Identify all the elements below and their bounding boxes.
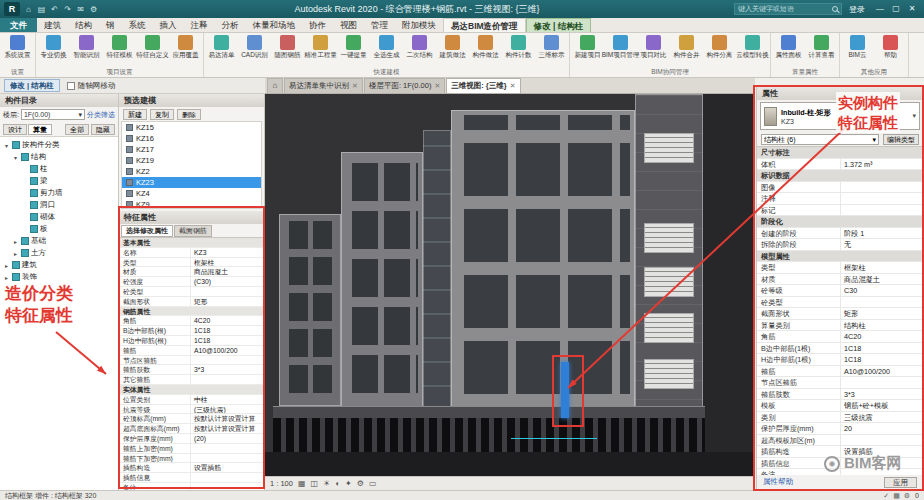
property-value[interactable]	[841, 205, 923, 216]
property-value[interactable]	[191, 356, 264, 365]
tree-caret-icon[interactable]: ▾	[12, 154, 19, 161]
instance-property-row[interactable]: 注释	[757, 193, 923, 205]
instance-property-row[interactable]: 箍筋肢数 3*3	[757, 389, 923, 401]
tree-item[interactable]: ▾ 结构	[0, 151, 118, 163]
property-value[interactable]: 矩形	[841, 308, 923, 319]
instance-property-row[interactable]: 模板 钢筋+砼+模板	[757, 400, 923, 412]
property-value[interactable]: 1.372 m³	[841, 159, 923, 170]
feature-property-row[interactable]: 砼顶标高(mm) 按默认计算设置计算	[119, 414, 264, 424]
feature-property-row[interactable]: 材质 商品混凝土	[119, 267, 264, 277]
view-control-icon[interactable]: ☀	[323, 479, 330, 488]
feature-property-row[interactable]: 基本属性	[119, 238, 264, 248]
property-value[interactable]: 1C18	[841, 343, 923, 354]
property-value[interactable]: 阶段 1	[841, 228, 923, 239]
instance-property-row[interactable]: 插筋信息	[757, 458, 923, 470]
instance-property-row[interactable]: 体积 1.372 m³	[757, 159, 923, 171]
instance-property-row[interactable]: 算量类别 结构柱	[757, 320, 923, 332]
instance-property-row[interactable]: 保护层厚度(mm) 20	[757, 423, 923, 435]
instance-property-row[interactable]: 图像	[757, 182, 923, 194]
home-view-icon[interactable]: ⌂	[267, 78, 283, 93]
tree-caret-icon[interactable]: ▾	[3, 142, 10, 149]
property-value[interactable]	[920, 251, 923, 262]
ribbon-tool-button[interactable]: 二次结构	[403, 34, 436, 66]
property-value[interactable]	[191, 375, 264, 384]
category-filter-link[interactable]: 分类筛选	[87, 110, 115, 120]
property-value[interactable]: (20)	[191, 434, 264, 443]
property-value[interactable]: 3*3	[191, 365, 264, 374]
property-value[interactable]: (三级抗震)	[191, 405, 264, 414]
feature-property-row[interactable]: 保护层厚度(mm) (20)	[119, 434, 264, 444]
column-type-item[interactable]: KZ23	[122, 177, 261, 188]
apply-button[interactable]: 应用	[884, 477, 917, 488]
menu-tab[interactable]: 协作	[302, 18, 333, 32]
ribbon-tool-button[interactable]: 随图钢筋	[271, 34, 304, 66]
instance-property-row[interactable]: 节点区箍筋	[757, 377, 923, 389]
status-icon[interactable]: ✓	[883, 492, 889, 500]
feature-property-row[interactable]: 插筋构造 设置插筋	[119, 463, 264, 473]
ribbon-tool-button[interactable]: 构件分离	[703, 34, 736, 66]
property-value[interactable]: 设置插筋	[841, 446, 923, 457]
instance-property-row[interactable]: 拆除的阶段 无	[757, 239, 923, 251]
tree-caret-icon[interactable]: ▸	[3, 274, 10, 281]
property-value[interactable]: 1C18	[191, 336, 264, 345]
selected-column-element[interactable]	[561, 362, 569, 418]
ribbon-tool-button[interactable]: 智能识别	[70, 34, 103, 66]
property-value[interactable]: 无	[841, 239, 923, 250]
feature-property-row[interactable]: 箍筋肢数 3*3	[119, 365, 264, 375]
view-tab[interactable]: 三维视图: {三维} ✕	[446, 78, 520, 93]
property-value[interactable]: A10@100/200	[841, 366, 923, 377]
property-value[interactable]	[191, 454, 264, 463]
feature-property-row[interactable]: 箍筋上加密(mm)	[119, 444, 264, 454]
instance-property-row[interactable]: 类别 三级抗震	[757, 412, 923, 424]
property-value[interactable]: 按默认计算设置计算	[191, 414, 264, 423]
column-type-item[interactable]: KZ9	[122, 199, 261, 209]
property-value[interactable]: 三级抗震	[841, 412, 923, 423]
feature-property-row[interactable]: 实体属性	[119, 385, 264, 395]
ribbon-tool-button[interactable]: 计算查看	[805, 34, 838, 66]
feature-property-row[interactable]: 位置类别 中柱	[119, 395, 264, 405]
ribbon-tool-button[interactable]: 建筑做法	[436, 34, 469, 66]
search-input[interactable]: 键入关键字或短语	[734, 3, 842, 15]
instance-property-row[interactable]: H边中部筋(1根) 1C18	[757, 354, 923, 366]
feature-property-row[interactable]: 砼类型	[119, 287, 264, 297]
property-value[interactable]	[920, 170, 923, 181]
property-value[interactable]: 矩形	[191, 297, 264, 306]
property-value[interactable]: 20	[841, 423, 923, 434]
panel-toggle-button[interactable]: 隐藏	[91, 124, 115, 135]
tree-caret-icon[interactable]: ▸	[12, 238, 19, 245]
ribbon-tool-button[interactable]: 构件合并	[670, 34, 703, 66]
property-value[interactable]: 1C18	[191, 326, 264, 335]
feature-property-row[interactable]: 钢筋属性	[119, 307, 264, 317]
feature-tab[interactable]: 截面钢筋	[174, 225, 212, 237]
instance-property-row[interactable]: 类型 框架柱	[757, 262, 923, 274]
instance-property-row[interactable]: 标记	[757, 205, 923, 217]
property-value[interactable]	[841, 458, 923, 469]
column-type-item[interactable]: KZ15	[122, 122, 261, 133]
property-value[interactable]: A10@100/200	[191, 346, 264, 355]
property-value[interactable]: 商品混凝土	[191, 267, 264, 276]
property-value[interactable]	[191, 287, 264, 296]
panel-toggle-button[interactable]: 全部	[65, 124, 89, 135]
menu-tab[interactable]: 管理	[364, 18, 395, 32]
list-toolbar-button[interactable]: 删除	[177, 109, 201, 120]
property-value[interactable]: 4C20	[841, 331, 923, 342]
revit-logo[interactable]: R	[4, 2, 20, 16]
ribbon-tool-button[interactable]: 新建项目	[571, 34, 604, 66]
property-value[interactable]: 钢筋+砼+模板	[841, 400, 923, 411]
window-button[interactable]: —	[872, 2, 888, 16]
property-value[interactable]	[261, 385, 264, 394]
property-value[interactable]: 框架柱	[841, 262, 923, 273]
tree-item[interactable]: 洞口	[0, 199, 118, 211]
feature-property-row[interactable]: 备注	[119, 483, 264, 490]
properties-help-link[interactable]: 属性帮助	[763, 477, 793, 487]
feature-property-row[interactable]: 超高底面标高(mm) 按默认计算设置计算	[119, 424, 264, 434]
status-icon[interactable]: ▦	[893, 492, 900, 500]
property-value[interactable]	[841, 182, 923, 193]
feature-property-row[interactable]: 节点区箍筋	[119, 356, 264, 366]
view-control-icon[interactable]: ✦	[345, 479, 352, 488]
menu-tab[interactable]: 易达BIM造价管理	[443, 18, 526, 32]
quick-access-icon[interactable]: ↶	[48, 3, 61, 15]
list-toolbar-button[interactable]: 复制	[150, 109, 174, 120]
close-tab-icon[interactable]: ✕	[510, 82, 516, 90]
feature-property-row[interactable]: 抗震等级 (三级抗震)	[119, 405, 264, 415]
